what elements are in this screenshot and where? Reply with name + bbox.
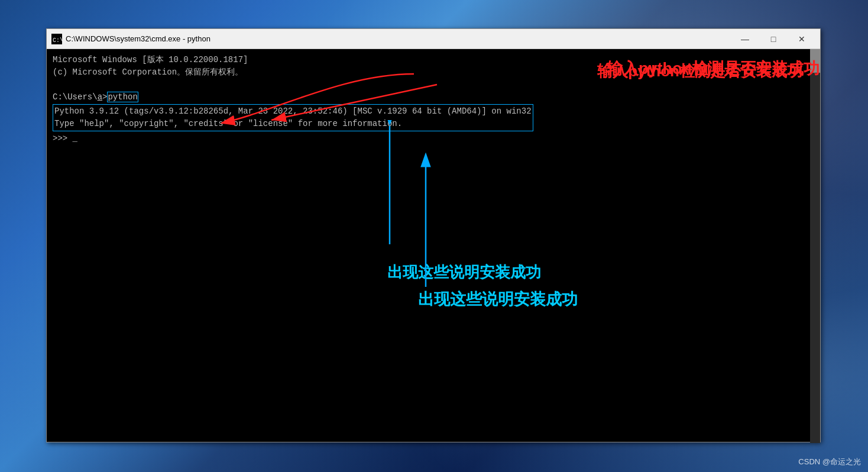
terminal-prompt-line: C:\Users\a>python [53,91,814,104]
version-info-box: Python 3.9.12 (tags/v3.9.12:b28265d, Mar… [53,104,533,131]
python-command-highlight: python [107,92,138,102]
scrollbar[interactable] [810,49,820,443]
titlebar: C:\ C:\WINDOWS\system32\cmd.exe - python… [47,29,820,49]
window-title: C:\WINDOWS\system32\cmd.exe - python [66,34,731,43]
terminal-line-2: (c) Microsoft Corporation。保留所有权利。 [53,66,814,79]
close-button[interactable]: ✕ [788,31,815,47]
cmd-window: C:\ C:\WINDOWS\system32\cmd.exe - python… [46,28,821,442]
terminal-line-blank [53,79,814,91]
watermark: CSDN @命运之光 [798,457,861,467]
terminal-line-1: Microsoft Windows [版本 10.0.22000.1817] [53,54,814,66]
maximize-button[interactable]: □ [760,31,787,47]
scrollbar-thumb[interactable] [810,49,820,73]
terminal-version-line2: Type "help", "copyright", "credits" or "… [54,118,532,130]
annotation-blue-text: 出现这些说明安装成功 [387,262,541,283]
terminal-version-line1: Python 3.9.12 (tags/v3.9.12:b28265d, Mar… [54,105,532,118]
titlebar-buttons: — □ ✕ [731,31,815,47]
cmd-icon: C:\ [51,34,62,44]
terminal-content: Microsoft Windows [版本 10.0.22000.1817] (… [47,49,820,442]
minimize-button[interactable]: — [731,31,759,47]
terminal-repl-prompt: >>> _ [53,132,814,145]
svg-text:C:\: C:\ [53,37,62,44]
